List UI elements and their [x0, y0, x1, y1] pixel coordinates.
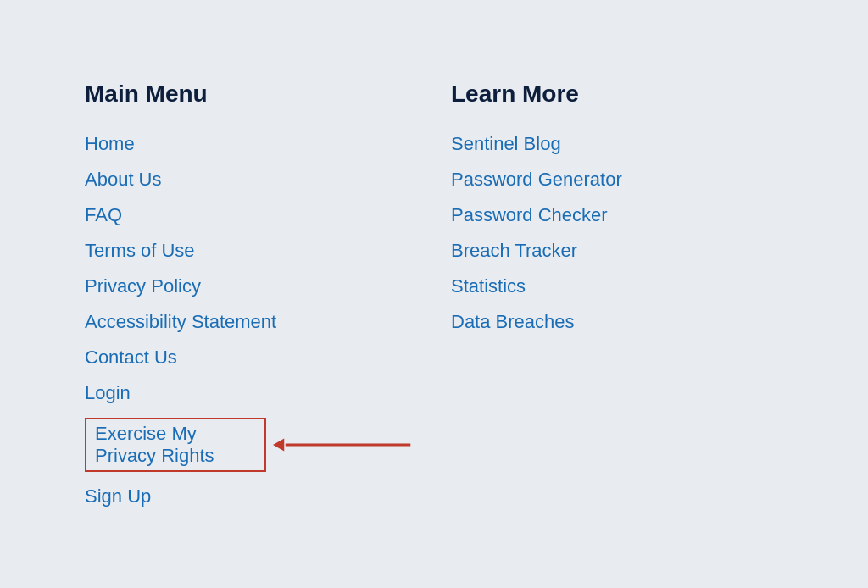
faq-link[interactable]: FAQ [85, 204, 122, 225]
learn-more-list: Sentinel Blog Password Generator Passwor… [451, 133, 783, 333]
list-item: Accessibility Statement [85, 311, 417, 333]
list-item: Breach Tracker [451, 240, 783, 262]
about-us-link[interactable]: About Us [85, 169, 162, 190]
list-item: Privacy Policy [85, 275, 417, 297]
list-item: Terms of Use [85, 240, 417, 262]
exercise-privacy-link[interactable]: Exercise My Privacy Rights [85, 418, 266, 472]
list-item: Data Breaches [451, 311, 783, 333]
highlighted-row: Exercise My Privacy Rights [85, 418, 417, 472]
list-item: Home [85, 133, 417, 155]
home-link[interactable]: Home [85, 133, 135, 154]
list-item: Password Checker [451, 204, 783, 226]
learn-more-column: Learn More Sentinel Blog Password Genera… [434, 80, 800, 508]
sign-up-link[interactable]: Sign Up [85, 485, 151, 507]
list-item: Login [85, 382, 417, 404]
terms-link[interactable]: Terms of Use [85, 240, 195, 261]
list-item: Statistics [451, 275, 783, 297]
main-menu-list: Home About Us FAQ Terms of Use Privacy P… [85, 133, 417, 508]
learn-more-title: Learn More [451, 80, 783, 108]
list-item: Contact Us [85, 347, 417, 369]
exercise-privacy-highlight: Exercise My Privacy Rights [85, 418, 266, 472]
list-item: FAQ [85, 204, 417, 226]
password-generator-link[interactable]: Password Generator [451, 169, 622, 190]
breach-tracker-link[interactable]: Breach Tracker [451, 240, 577, 261]
contact-us-link[interactable]: Contact Us [85, 347, 177, 368]
list-item: Exercise My Privacy Rights [85, 418, 417, 472]
privacy-policy-link[interactable]: Privacy Policy [85, 275, 201, 297]
login-link[interactable]: Login [85, 382, 131, 403]
data-breaches-link[interactable]: Data Breaches [451, 311, 575, 332]
main-menu-column: Main Menu Home About Us FAQ Terms of Use… [68, 80, 434, 508]
statistics-link[interactable]: Statistics [451, 275, 526, 297]
password-checker-link[interactable]: Password Checker [451, 204, 608, 225]
main-menu-title: Main Menu [85, 80, 417, 108]
left-arrow-icon [273, 433, 417, 457]
list-item: Sign Up [85, 485, 417, 508]
list-item: Sentinel Blog [451, 133, 783, 155]
page-container: Main Menu Home About Us FAQ Terms of Use… [0, 47, 868, 541]
list-item: Password Generator [451, 169, 783, 191]
svg-marker-1 [273, 439, 284, 452]
list-item: About Us [85, 169, 417, 191]
accessibility-link[interactable]: Accessibility Statement [85, 311, 276, 332]
sentinel-blog-link[interactable]: Sentinel Blog [451, 133, 561, 154]
